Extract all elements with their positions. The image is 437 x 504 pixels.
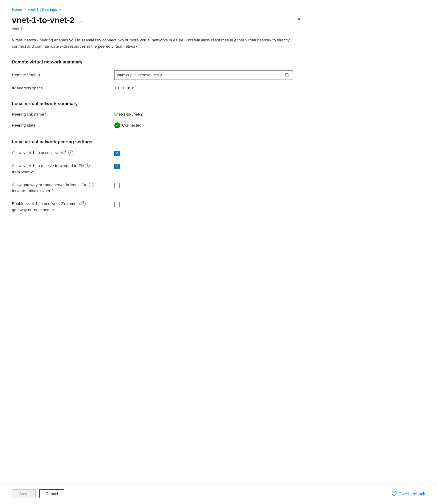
info-icon-3[interactable]: i — [89, 183, 93, 187]
peering-state-row: Peering state Connected — [12, 122, 304, 128]
breadcrumb-sep1: > — [24, 7, 26, 12]
peering-state-label: Peering state — [12, 123, 107, 127]
peering-link-label: Peering link name* — [12, 112, 107, 116]
breadcrumb: Home > vnet-1 | Peerings > — [12, 7, 304, 12]
breadcrumb-peerings[interactable]: vnet-1 | Peerings — [28, 7, 57, 12]
ip-address-row: IP address space 10.1.0.0/16 — [12, 86, 304, 90]
checkbox4-label: Enable 'vnet-1' to use 'vnet-2's remote … — [12, 201, 107, 213]
checkbox3-label: Allow gateway or route server in 'vnet-1… — [12, 182, 107, 194]
checkbox-row-3: Allow gateway or route server in 'vnet-1… — [12, 182, 304, 194]
peering-settings-title: Local virtual network peering settings — [12, 139, 304, 144]
remote-vnet-section: Remote virtual network summary Remote Vn… — [12, 59, 304, 90]
checkbox-row-1: Allow 'vnet-1' to access 'vnet-2' i — [12, 150, 304, 156]
checkbox2-label: Allow 'vnet-1' to receive forwarded traf… — [12, 163, 107, 175]
ellipsis-button[interactable]: ··· — [78, 17, 87, 25]
copy-vnet-id-button[interactable] — [284, 72, 290, 78]
checkbox-3[interactable] — [114, 183, 120, 188]
peering-link-row: Peering link name* vnet-1-to-vnet-2 — [12, 112, 304, 116]
checkbox-1[interactable] — [114, 151, 120, 156]
peering-state-value: Connected — [114, 122, 141, 128]
page-description: Virtual network peering enables you to s… — [12, 37, 295, 50]
close-button[interactable]: ✕ — [294, 15, 304, 23]
remote-section-title: Remote virtual network summary — [12, 59, 304, 64]
info-icon-2[interactable]: i — [85, 164, 90, 168]
peering-link-value: vnet-1-to-vnet-2 — [114, 112, 143, 116]
remote-vnet-id-row: Remote Vnet Id /subscriptions//resourceG… — [12, 70, 304, 80]
remote-vnet-id-value: /subscriptions//resourceGr... — [117, 73, 283, 77]
local-section-title: Local virtual network summary — [12, 101, 304, 106]
checkbox-row-2: Allow 'vnet-1' to receive forwarded traf… — [12, 163, 304, 175]
local-vnet-section: Local virtual network summary Peering li… — [12, 101, 304, 128]
breadcrumb-sep2: > — [59, 7, 61, 12]
breadcrumb-home[interactable]: Home — [12, 7, 22, 12]
info-icon-1[interactable]: i — [68, 150, 73, 155]
remote-vnet-id-field: /subscriptions//resourceGr... — [114, 70, 293, 80]
feedback-label: Give feedback — [399, 491, 425, 496]
page-title: vnet-1-to-vnet-2 — [12, 15, 74, 25]
connected-icon — [114, 122, 120, 128]
required-star: * — [45, 112, 46, 116]
ip-address-value: 10.1.0.0/16 — [114, 86, 135, 90]
give-feedback-link[interactable]: Give feedback — [391, 491, 425, 497]
checkbox-row-4: Enable 'vnet-1' to use 'vnet-2's remote … — [12, 201, 304, 213]
checkbox-2[interactable] — [114, 164, 120, 169]
ip-address-label: IP address space — [12, 86, 107, 90]
remote-vnet-id-label: Remote Vnet Id — [12, 73, 107, 77]
page-subtitle: vnet-1 — [12, 27, 304, 31]
footer-actions: Save Cancel — [12, 489, 64, 498]
footer: Save Cancel Give feedback — [0, 483, 437, 504]
peering-settings-section: Local virtual network peering settings A… — [12, 139, 304, 213]
save-button[interactable]: Save — [12, 489, 36, 498]
checkbox-4[interactable] — [114, 202, 120, 207]
checkbox1-label: Allow 'vnet-1' to access 'vnet-2' i — [12, 150, 107, 156]
cancel-button[interactable]: Cancel — [39, 489, 64, 498]
info-icon-4[interactable]: i — [81, 201, 86, 206]
feedback-icon — [391, 491, 397, 497]
